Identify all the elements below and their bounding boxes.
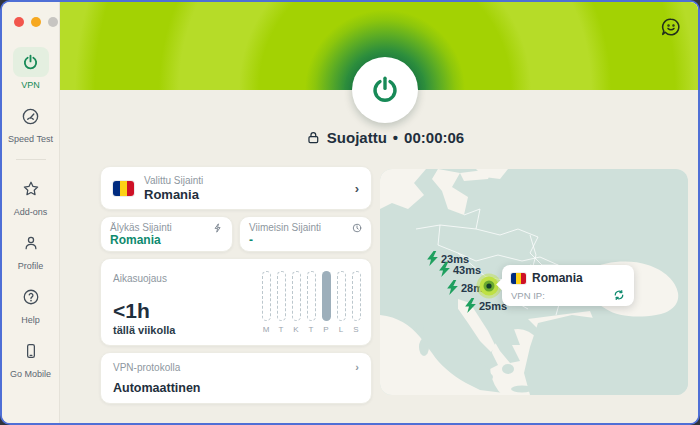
controls-column: Valittu Sijainti Romania › Älykäs Sijain… (100, 166, 372, 404)
sidebar-item-vpn[interactable]: VPN (13, 47, 49, 90)
day-label: M (263, 325, 270, 334)
sidebar-item-label: Speed Test (8, 134, 53, 144)
day-label: T (279, 325, 284, 334)
day-label: L (339, 325, 343, 334)
status-label: Suojattu (327, 129, 387, 146)
star-icon (13, 174, 49, 204)
smart-location-value: Romania (110, 233, 223, 247)
bolt-icon (213, 223, 223, 233)
speedometer-icon (13, 101, 49, 131)
sidebar-item-label: Help (21, 315, 40, 325)
sidebar-item-add-ons[interactable]: Add-ons (13, 174, 49, 217)
minimize-button[interactable] (31, 17, 41, 27)
usage-bar (292, 271, 301, 321)
usage-bar (277, 271, 286, 321)
bolt-icon (446, 280, 459, 295)
selected-location-title: Valittu Sijainti (144, 175, 345, 186)
day-label: T (309, 325, 314, 334)
power-icon (13, 47, 49, 77)
selected-location-value: Romania (144, 187, 345, 202)
connection-status: Suojattu • 00:00:06 (306, 129, 464, 146)
vpn-protocol-card[interactable]: VPN-protokolla › Automaattinen (100, 352, 372, 404)
sidebar: VPN Speed Test (2, 2, 60, 423)
feedback-smiley-icon[interactable] (660, 16, 682, 38)
day-label: P (323, 325, 328, 334)
window-frame: VPN Speed Test (0, 0, 700, 425)
main-area: Suojattu • 00:00:06 Valittu Sijainti Rom… (60, 2, 698, 423)
sidebar-item-profile[interactable]: Profile (13, 228, 49, 271)
usage-bar-active (322, 271, 331, 321)
time-protection-title: Aikasuojaus (113, 273, 167, 284)
usage-bar (262, 271, 271, 321)
sidebar-divider (16, 159, 46, 160)
sidebar-item-label: Profile (18, 261, 44, 271)
last-location-card[interactable]: Viimeisin Sijainti - (239, 216, 372, 252)
status-separator: • (393, 129, 398, 146)
location-row: Älykäs Sijainti Romania Viimeisin Sijain… (100, 216, 372, 252)
vpn-protocol-title: VPN-protokolla (113, 362, 180, 373)
sidebar-nav: VPN Speed Test (2, 47, 59, 390)
day-label: S (353, 325, 358, 334)
tooltip-country: Romania (532, 271, 583, 285)
question-circle-icon (13, 282, 49, 312)
romania-flag-icon (113, 181, 134, 196)
vpn-protocol-value: Automaattinen (113, 381, 359, 395)
status-timer: 00:00:06 (404, 129, 464, 146)
sidebar-item-go-mobile[interactable]: Go Mobile (10, 336, 51, 379)
chevron-right-icon: › (355, 181, 359, 196)
selected-location-card[interactable]: Valittu Sijainti Romania › (100, 166, 372, 210)
smart-location-title: Älykäs Sijainti (110, 222, 172, 233)
sidebar-item-label: Add-ons (14, 207, 48, 217)
chevron-right-icon: › (355, 361, 359, 373)
usage-bar (307, 271, 316, 321)
latency-ping: 43ms (438, 262, 481, 277)
lock-icon (306, 130, 321, 145)
person-icon (13, 228, 49, 258)
time-protection-subtitle: tällä viikolla (113, 324, 175, 336)
sidebar-item-help[interactable]: Help (13, 282, 49, 325)
smart-location-card[interactable]: Älykäs Sijainti Romania (100, 216, 233, 252)
time-protection-card: Aikasuojaus <1h tällä viikolla M T K T P… (100, 258, 372, 346)
sidebar-item-label: Go Mobile (10, 369, 51, 379)
phone-icon (13, 336, 49, 366)
europe-map[interactable]: 23ms 43ms 28ms 25ms (380, 169, 688, 395)
time-protection-value: <1h (113, 299, 150, 323)
last-location-title: Viimeisin Sijainti (249, 222, 321, 233)
close-button[interactable] (14, 17, 24, 27)
romania-flag-icon (511, 273, 526, 284)
refresh-icon[interactable] (613, 289, 625, 301)
sidebar-item-speed-test[interactable]: Speed Test (8, 101, 53, 144)
sidebar-item-label: VPN (21, 80, 40, 90)
bolt-icon (438, 262, 451, 277)
bolt-icon (464, 298, 477, 313)
clock-icon (352, 223, 362, 233)
server-tooltip: Romania VPN IP: (502, 265, 634, 306)
latency-ping: 25ms (464, 298, 507, 313)
traffic-lights (2, 2, 58, 27)
last-location-value: - (249, 233, 362, 247)
day-label: K (293, 325, 298, 334)
tooltip-ip-label: VPN IP: (511, 290, 545, 301)
usage-bar (337, 271, 346, 321)
zoom-button (48, 17, 58, 27)
app-window: VPN Speed Test (2, 2, 698, 423)
weekly-usage-chart: M T K T P L S (261, 271, 361, 334)
connect-power-button[interactable] (352, 57, 418, 123)
usage-bar (352, 271, 361, 321)
